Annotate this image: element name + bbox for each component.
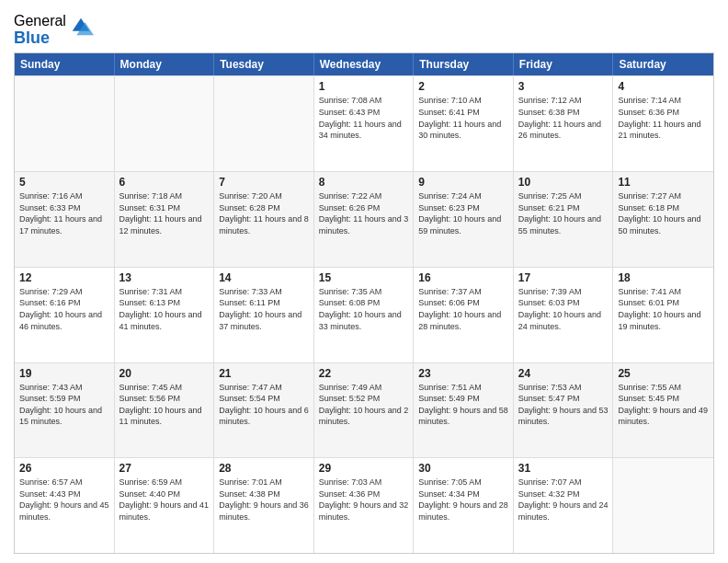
calendar-cell-1-3	[214, 76, 314, 171]
calendar-header-sunday: Sunday	[15, 53, 115, 75]
day-number: 11	[618, 176, 709, 189]
calendar-cell-2-2: 6Sunrise: 7:18 AM Sunset: 6:31 PM Daylig…	[115, 172, 215, 267]
day-info: Sunrise: 7:25 AM Sunset: 6:21 PM Dayligh…	[518, 190, 609, 236]
day-info: Sunrise: 7:55 AM Sunset: 5:45 PM Dayligh…	[618, 382, 709, 428]
calendar-cell-2-6: 10Sunrise: 7:25 AM Sunset: 6:21 PM Dayli…	[514, 172, 614, 267]
calendar-header-wednesday: Wednesday	[314, 53, 415, 75]
day-number: 8	[319, 176, 409, 189]
calendar-week-1: 1Sunrise: 7:08 AM Sunset: 6:43 PM Daylig…	[15, 75, 713, 171]
calendar-week-2: 5Sunrise: 7:16 AM Sunset: 6:33 PM Daylig…	[15, 171, 713, 267]
header: GeneralBlue	[14, 9, 714, 47]
calendar-cell-4-7: 25Sunrise: 7:55 AM Sunset: 5:45 PM Dayli…	[613, 363, 713, 458]
day-info: Sunrise: 6:59 AM Sunset: 4:40 PM Dayligh…	[119, 477, 210, 523]
day-info: Sunrise: 7:18 AM Sunset: 6:31 PM Dayligh…	[119, 190, 210, 236]
calendar-cell-5-4: 29Sunrise: 7:03 AM Sunset: 4:36 PM Dayli…	[314, 458, 415, 553]
calendar-cell-1-1	[15, 76, 115, 171]
day-number: 28	[219, 462, 309, 475]
calendar-cell-1-6: 3Sunrise: 7:12 AM Sunset: 6:38 PM Daylig…	[514, 76, 614, 171]
calendar-cell-3-5: 16Sunrise: 7:37 AM Sunset: 6:06 PM Dayli…	[414, 268, 514, 362]
day-info: Sunrise: 7:03 AM Sunset: 4:36 PM Dayligh…	[319, 477, 409, 523]
calendar-cell-1-7: 4Sunrise: 7:14 AM Sunset: 6:36 PM Daylig…	[613, 76, 713, 171]
calendar-cell-4-6: 24Sunrise: 7:53 AM Sunset: 5:47 PM Dayli…	[514, 363, 614, 458]
calendar-header-saturday: Saturday	[613, 53, 713, 75]
calendar-cell-3-1: 12Sunrise: 7:29 AM Sunset: 6:16 PM Dayli…	[15, 268, 115, 362]
day-number: 15	[319, 271, 409, 284]
calendar-cell-3-7: 18Sunrise: 7:41 AM Sunset: 6:01 PM Dayli…	[613, 268, 713, 362]
day-info: Sunrise: 7:31 AM Sunset: 6:13 PM Dayligh…	[119, 286, 210, 332]
day-number: 30	[418, 462, 508, 475]
logo-general: General	[14, 13, 66, 29]
calendar-cell-2-5: 9Sunrise: 7:24 AM Sunset: 6:23 PM Daylig…	[414, 172, 514, 267]
day-number: 14	[219, 271, 309, 284]
day-number: 1	[319, 80, 409, 93]
day-info: Sunrise: 7:51 AM Sunset: 5:49 PM Dayligh…	[418, 382, 508, 428]
day-number: 3	[518, 80, 609, 93]
day-number: 13	[119, 271, 210, 284]
calendar-header-row: SundayMondayTuesdayWednesdayThursdayFrid…	[15, 53, 713, 75]
day-number: 27	[119, 462, 210, 475]
day-number: 19	[19, 367, 109, 380]
day-info: Sunrise: 7:47 AM Sunset: 5:54 PM Dayligh…	[219, 382, 309, 428]
day-number: 21	[219, 367, 309, 380]
day-info: Sunrise: 7:22 AM Sunset: 6:26 PM Dayligh…	[319, 190, 409, 236]
day-info: Sunrise: 7:05 AM Sunset: 4:34 PM Dayligh…	[418, 477, 508, 523]
logo: GeneralBlue	[14, 13, 94, 47]
logo-blue: Blue	[14, 29, 66, 48]
calendar-cell-1-4: 1Sunrise: 7:08 AM Sunset: 6:43 PM Daylig…	[314, 76, 415, 171]
calendar-cell-3-3: 14Sunrise: 7:33 AM Sunset: 6:11 PM Dayli…	[214, 268, 314, 362]
day-number: 2	[418, 80, 508, 93]
day-info: Sunrise: 7:08 AM Sunset: 6:43 PM Dayligh…	[319, 95, 409, 141]
day-number: 6	[119, 176, 210, 189]
day-number: 7	[219, 176, 309, 189]
day-number: 20	[119, 367, 210, 380]
day-number: 25	[618, 367, 709, 380]
day-info: Sunrise: 7:43 AM Sunset: 5:59 PM Dayligh…	[19, 382, 109, 428]
day-info: Sunrise: 7:29 AM Sunset: 6:16 PM Dayligh…	[19, 286, 109, 332]
day-info: Sunrise: 7:16 AM Sunset: 6:33 PM Dayligh…	[19, 190, 109, 236]
day-number: 5	[19, 176, 109, 189]
day-info: Sunrise: 7:10 AM Sunset: 6:41 PM Dayligh…	[418, 95, 508, 141]
day-number: 10	[518, 176, 609, 189]
calendar-cell-5-2: 27Sunrise: 6:59 AM Sunset: 4:40 PM Dayli…	[115, 458, 215, 553]
calendar-cell-4-1: 19Sunrise: 7:43 AM Sunset: 5:59 PM Dayli…	[15, 363, 115, 458]
calendar-header-tuesday: Tuesday	[214, 53, 314, 75]
logo-text: GeneralBlue	[14, 13, 66, 47]
day-number: 23	[418, 367, 508, 380]
day-info: Sunrise: 7:24 AM Sunset: 6:23 PM Dayligh…	[418, 190, 508, 236]
day-info: Sunrise: 7:49 AM Sunset: 5:52 PM Dayligh…	[319, 382, 409, 428]
calendar: SundayMondayTuesdayWednesdayThursdayFrid…	[14, 52, 714, 554]
day-info: Sunrise: 7:20 AM Sunset: 6:28 PM Dayligh…	[219, 190, 309, 236]
calendar-cell-1-2	[115, 76, 215, 171]
calendar-header-monday: Monday	[115, 53, 215, 75]
day-number: 29	[319, 462, 409, 475]
day-number: 4	[618, 80, 709, 93]
calendar-cell-4-4: 22Sunrise: 7:49 AM Sunset: 5:52 PM Dayli…	[314, 363, 415, 458]
calendar-cell-2-7: 11Sunrise: 7:27 AM Sunset: 6:18 PM Dayli…	[613, 172, 713, 267]
day-info: Sunrise: 7:53 AM Sunset: 5:47 PM Dayligh…	[518, 382, 609, 428]
day-info: Sunrise: 7:35 AM Sunset: 6:08 PM Dayligh…	[319, 286, 409, 332]
day-info: Sunrise: 7:33 AM Sunset: 6:11 PM Dayligh…	[219, 286, 309, 332]
day-info: Sunrise: 7:37 AM Sunset: 6:06 PM Dayligh…	[418, 286, 508, 332]
calendar-cell-2-1: 5Sunrise: 7:16 AM Sunset: 6:33 PM Daylig…	[15, 172, 115, 267]
day-info: Sunrise: 7:45 AM Sunset: 5:56 PM Dayligh…	[119, 382, 210, 428]
calendar-cell-3-4: 15Sunrise: 7:35 AM Sunset: 6:08 PM Dayli…	[314, 268, 415, 362]
calendar-header-friday: Friday	[514, 53, 614, 75]
calendar-cell-1-5: 2Sunrise: 7:10 AM Sunset: 6:41 PM Daylig…	[414, 76, 514, 171]
calendar-cell-5-5: 30Sunrise: 7:05 AM Sunset: 4:34 PM Dayli…	[414, 458, 514, 553]
day-info: Sunrise: 7:41 AM Sunset: 6:01 PM Dayligh…	[618, 286, 709, 332]
day-info: Sunrise: 7:01 AM Sunset: 4:38 PM Dayligh…	[219, 477, 309, 523]
calendar-cell-3-6: 17Sunrise: 7:39 AM Sunset: 6:03 PM Dayli…	[514, 268, 614, 362]
day-number: 18	[618, 271, 709, 284]
day-info: Sunrise: 7:14 AM Sunset: 6:36 PM Dayligh…	[618, 95, 709, 141]
day-info: Sunrise: 7:07 AM Sunset: 4:32 PM Dayligh…	[518, 477, 609, 523]
day-number: 26	[19, 462, 109, 475]
calendar-cell-5-3: 28Sunrise: 7:01 AM Sunset: 4:38 PM Dayli…	[214, 458, 314, 553]
calendar-cell-5-7	[613, 458, 713, 553]
day-info: Sunrise: 7:12 AM Sunset: 6:38 PM Dayligh…	[518, 95, 609, 141]
day-info: Sunrise: 7:27 AM Sunset: 6:18 PM Dayligh…	[618, 190, 709, 236]
day-info: Sunrise: 6:57 AM Sunset: 4:43 PM Dayligh…	[19, 477, 109, 523]
calendar-cell-5-6: 31Sunrise: 7:07 AM Sunset: 4:32 PM Dayli…	[514, 458, 614, 553]
day-number: 9	[418, 176, 508, 189]
calendar-cell-3-2: 13Sunrise: 7:31 AM Sunset: 6:13 PM Dayli…	[115, 268, 215, 362]
calendar-cell-4-2: 20Sunrise: 7:45 AM Sunset: 5:56 PM Dayli…	[115, 363, 215, 458]
